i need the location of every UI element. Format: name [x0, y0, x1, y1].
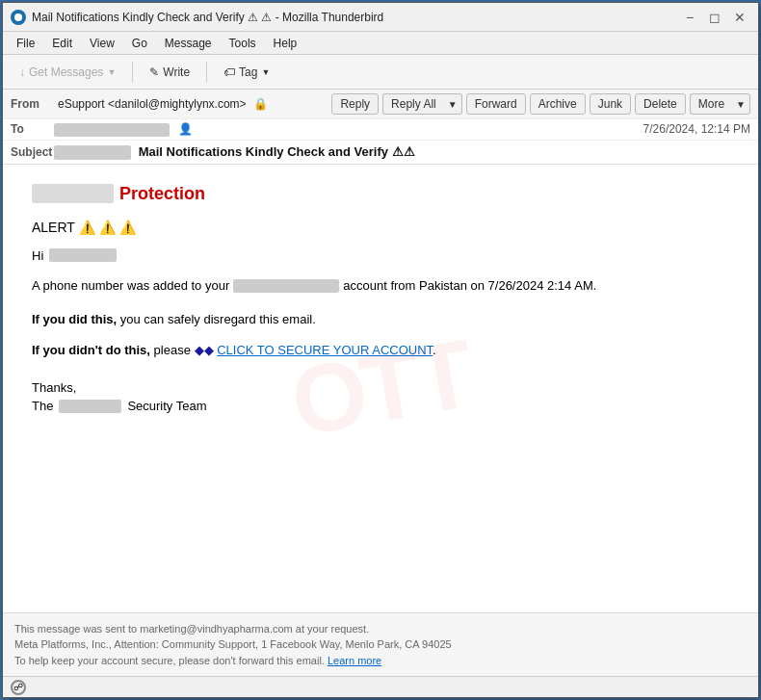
warning-icon-1: ⚠️: [79, 220, 95, 235]
tag-label: Tag: [239, 65, 257, 79]
warning-icon-3: ⚠️: [119, 220, 136, 235]
diamond-icon-1: ◆◆: [195, 343, 214, 357]
main-window: Mail Notifications Kindly Check and Veri…: [2, 2, 759, 698]
maximize-button[interactable]: ◻: [704, 7, 725, 28]
archive-button[interactable]: Archive: [530, 93, 586, 115]
if-didnt-rest: please: [154, 343, 191, 357]
wifi-symbol: ☍: [13, 682, 23, 692]
email-content: Protection ALERT ⚠️ ⚠️ ⚠️ Hi A phone num…: [32, 184, 729, 413]
message-line: A phone number was added to your account…: [32, 276, 729, 297]
get-messages-chevron: ▼: [107, 67, 116, 77]
to-icon: 👤: [178, 122, 193, 136]
if-did-this-rest: you can safely disregard this email.: [120, 312, 316, 326]
security-team-text: Security Team: [127, 399, 206, 413]
more-button[interactable]: More: [690, 93, 732, 115]
if-did-this-line: If you did this, you can safely disregar…: [32, 310, 729, 330]
security-team-line: The Security Team: [32, 399, 729, 413]
if-didnt-line: If you didn't do this, please ◆◆ CLICK T…: [32, 341, 729, 361]
menu-message[interactable]: Message: [157, 35, 220, 52]
app-icon: [11, 10, 26, 25]
to-row: To 👤 7/26/2024, 12:14 PM: [3, 119, 758, 141]
get-messages-label: Get Messages: [29, 65, 103, 79]
title-bar-left: Mail Notifications Kindly Check and Veri…: [11, 10, 383, 25]
hi-text: Hi: [32, 248, 43, 263]
more-group: More ▼: [690, 93, 750, 115]
learn-more-link[interactable]: Learn more: [328, 655, 381, 666]
forward-button[interactable]: Forward: [466, 93, 526, 115]
status-wifi-icon: ☍: [11, 680, 26, 695]
menu-view[interactable]: View: [82, 35, 122, 52]
footer-line2: Meta Platforms, Inc., Attention: Communi…: [14, 636, 747, 653]
toolbar-sep-2: [206, 62, 207, 83]
thanks-block: Thanks, The Security Team: [32, 380, 729, 413]
junk-button[interactable]: Junk: [590, 93, 631, 115]
reply-all-group: Reply All ▼: [382, 93, 462, 115]
menu-tools[interactable]: Tools: [222, 35, 264, 52]
reply-all-button[interactable]: Reply All: [382, 93, 444, 115]
email-date: 7/26/2024, 12:14 PM: [643, 122, 750, 136]
period: .: [433, 343, 436, 357]
tag-chevron: ▼: [261, 67, 270, 77]
if-didnt-bold: If you didn't do this,: [32, 343, 150, 357]
name-redacted: [49, 248, 117, 262]
to-label: To: [11, 122, 54, 136]
privacy-icon: 🔒: [253, 97, 268, 111]
title-controls: − ◻ ✕: [679, 7, 750, 28]
from-email: eSupport <danilol@mightylynx.com>: [58, 97, 247, 111]
write-icon: ✎: [149, 65, 159, 79]
delete-button[interactable]: Delete: [635, 93, 686, 115]
write-button[interactable]: ✎ Write: [141, 62, 198, 83]
alert-text: ALERT: [32, 220, 75, 235]
menu-help[interactable]: Help: [266, 35, 305, 52]
reply-button[interactable]: Reply: [331, 93, 379, 115]
menu-bar: File Edit View Go Message Tools Help: [3, 32, 758, 55]
status-bar: ☍: [3, 676, 758, 697]
write-label: Write: [163, 65, 190, 79]
team-redacted: [59, 400, 121, 413]
the-text: The: [32, 399, 53, 413]
get-messages-button[interactable]: ↓ Get Messages ▼: [11, 62, 124, 83]
title-bar: Mail Notifications Kindly Check and Veri…: [3, 3, 758, 32]
tag-icon: 🏷: [223, 65, 235, 79]
menu-file[interactable]: File: [9, 35, 42, 52]
email-footer: This message was sent to marketing@vindh…: [3, 612, 758, 677]
to-redacted: [54, 123, 170, 137]
close-button[interactable]: ✕: [729, 7, 750, 28]
email-body: OTT Protection ALERT ⚠️ ⚠️ ⚠️ Hi A phon: [3, 165, 758, 612]
to-value: 👤: [54, 122, 643, 137]
message-part1: A phone number was added to your: [32, 276, 229, 297]
brand-header: Protection: [32, 184, 729, 204]
account-redacted: [233, 279, 339, 293]
menu-edit[interactable]: Edit: [44, 35, 80, 52]
minimize-button[interactable]: −: [679, 7, 700, 28]
footer-line3-text: To help keep your account secure, please…: [14, 655, 325, 666]
get-messages-icon: ↓: [19, 65, 25, 79]
footer-line1: This message was sent to marketing@vindh…: [14, 621, 747, 637]
if-did-this-bold: If you did this,: [32, 312, 117, 326]
email-header: From eSupport <danilol@mightylynx.com> 🔒…: [3, 90, 758, 165]
warning-icon-2: ⚠️: [99, 220, 116, 235]
from-label: From: [11, 97, 54, 111]
toolbar-sep-1: [132, 62, 133, 83]
secure-account-link[interactable]: CLICK TO SECURE YOUR ACCOUNT: [217, 343, 433, 357]
brand-logo-redacted: [32, 184, 114, 203]
more-dropdown[interactable]: ▼: [732, 93, 750, 115]
menu-go[interactable]: Go: [124, 35, 155, 52]
alert-line: ALERT ⚠️ ⚠️ ⚠️: [32, 220, 729, 235]
reply-all-dropdown[interactable]: ▼: [444, 93, 462, 115]
from-value: eSupport <danilol@mightylynx.com> 🔒: [58, 97, 328, 111]
subject-row: Subject Mail Notifications Kindly Check …: [3, 141, 758, 164]
thanks-text: Thanks,: [32, 380, 729, 395]
subject-redacted: [54, 145, 131, 160]
tag-button[interactable]: 🏷 Tag ▼: [215, 62, 278, 83]
brand-protection-text: Protection: [119, 184, 205, 204]
email-actions-row: From eSupport <danilol@mightylynx.com> 🔒…: [3, 90, 758, 119]
message-part2: account from Pakistan on 7/26/2024 2:14 …: [343, 276, 596, 297]
subject-label: Subject: [11, 145, 54, 159]
footer-line3: To help keep your account secure, please…: [14, 653, 747, 669]
toolbar: ↓ Get Messages ▼ ✎ Write 🏷 Tag ▼: [3, 55, 758, 90]
hi-line: Hi: [32, 248, 729, 263]
window-title: Mail Notifications Kindly Check and Veri…: [32, 11, 383, 24]
subject-text: Mail Notifications Kindly Check and Veri…: [139, 144, 415, 159]
